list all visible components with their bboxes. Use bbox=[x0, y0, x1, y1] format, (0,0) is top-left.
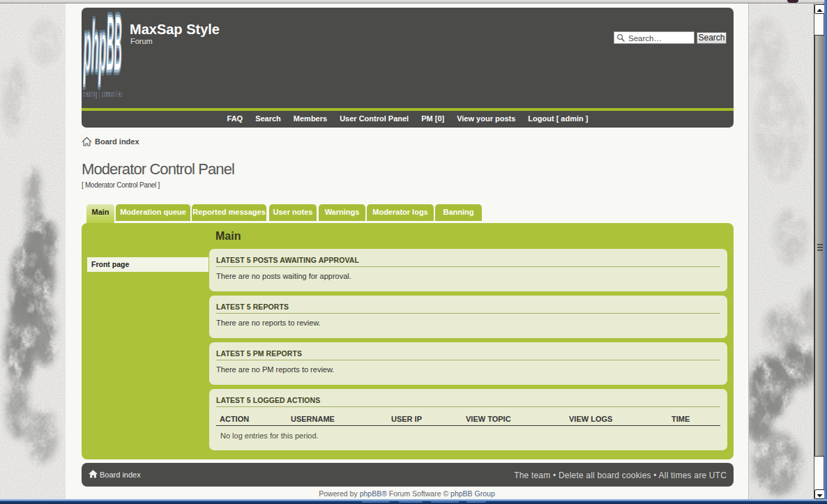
svg-text:creating | communities: creating | communities bbox=[84, 89, 122, 99]
svg-text:php: php bbox=[83, 11, 106, 86]
svg-text:BB: BB bbox=[106, 11, 121, 89]
